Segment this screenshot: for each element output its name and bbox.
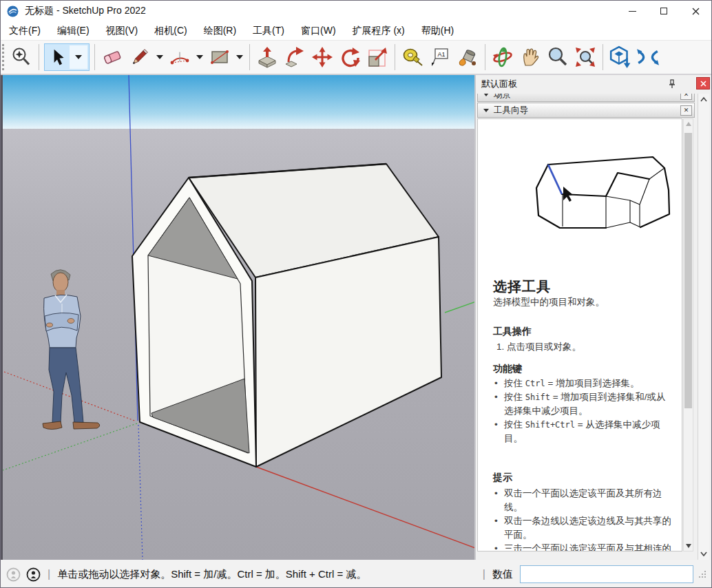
tray-close-button[interactable] [696,77,710,90]
arc-tool-button[interactable] [166,42,193,72]
scale-button[interactable] [364,42,391,72]
scroll-down-icon[interactable] [686,544,691,548]
rectangle-dropdown-icon[interactable] [236,55,243,59]
push-pull-icon [256,46,278,68]
close-icon [700,81,706,87]
zoom-extents-button[interactable] [572,42,599,72]
extension-warehouse-icon [636,45,660,69]
default-tray-panel: 默认面板 场景 ✕ [476,75,712,560]
get-models-icon [609,45,632,69]
push-pull-button[interactable] [253,42,281,72]
zoom-window-button[interactable] [8,42,35,72]
pencil-icon [129,46,151,68]
chevron-down-icon[interactable] [700,550,707,557]
list-item: 双击一条边线以选定该边线及与其共享的平面。 [493,514,673,542]
tray-scrollbar[interactable] [698,94,709,560]
geolocation-icon[interactable] [6,567,21,582]
main-area: 默认面板 场景 ✕ [1,75,712,560]
pin-button[interactable] [666,78,678,90]
menu-help[interactable]: 帮助(H) [421,25,454,37]
list-item: 三击一个平面以选定该平面及与其相连的所有项目。 [493,542,673,552]
model-viewport[interactable] [1,75,476,560]
move-icon [311,46,333,68]
get-models-button[interactable] [607,42,634,72]
maximize-icon [660,8,667,14]
scale-icon [366,46,388,68]
arc-dropdown-icon[interactable] [196,55,203,59]
instructor-scrollbar[interactable] [683,118,693,552]
menu-view[interactable]: 视图(V) [106,25,138,37]
tape-measure-button[interactable] [399,42,426,72]
list-item: 按住 Shift+Ctrl = 从选择集中减少项目。 [493,418,673,445]
close-icon [692,8,700,15]
scroll-up-icon[interactable] [686,122,691,126]
menu-edit[interactable]: 编辑(E) [57,25,90,37]
status-message: 单击或拖动以选择对象。Shift = 加/减。Ctrl = 加。Shift + … [57,568,366,581]
orbit-icon [492,46,514,68]
tips-list: 双击一个平面以选定该平面及其所有边线。 双击一条边线以选定该边线及与其共享的平面… [493,487,673,552]
text-tool-icon: A1 [429,46,451,68]
zoom-tool-button[interactable] [544,42,572,72]
paint-bucket-icon [457,46,479,68]
menu-file[interactable]: 文件(F) [9,25,41,37]
menu-bar: 文件(F) 编辑(E) 视图(V) 相机(C) 绘图(R) 工具(T) 窗口(W… [1,21,711,41]
chevron-up-icon[interactable] [700,96,707,103]
select-tool-button[interactable] [44,43,90,71]
move-button[interactable] [308,42,336,72]
rotate-button[interactable] [336,42,364,72]
tool-heading: 选择工具 [493,277,551,296]
minimize-button[interactable] [616,1,648,21]
toolbar-separator [395,44,395,70]
select-tool-dropdown[interactable] [70,45,87,69]
extension-warehouse-button[interactable] [634,42,662,72]
toolbar-grip[interactable] [2,44,8,70]
instructor-close-button[interactable]: ✕ [680,105,692,116]
menu-draw[interactable]: 绘图(R) [204,25,236,37]
title-bar: 无标题 - SketchUp Pro 2022 [1,1,711,21]
orbit-button[interactable] [489,42,516,72]
instructor-panel-title: 工具向导 [494,105,528,116]
resize-grip[interactable] [698,569,707,579]
list-item: 双击一个平面以选定该平面及其所有边线。 [493,487,673,514]
rectangle-tool-button[interactable] [206,42,233,72]
toolbar: A1 [1,41,711,75]
cursor-icon [563,187,573,202]
eraser-button[interactable] [98,42,126,72]
window-title: 无标题 - SketchUp Pro 2022 [25,5,146,17]
select-cursor-icon [48,47,67,67]
tray-header: 默认面板 [476,75,712,93]
text-tool-button[interactable]: A1 [426,42,454,72]
status-bar: | 单击或拖动以选择对象。Shift = 加/减。Ctrl = 加。Shift … [1,560,712,588]
menu-extensions[interactable]: 扩展程序 (x) [353,25,405,37]
tips-heading: 提示 [493,472,512,484]
scenes-close-button[interactable]: ✕ [680,94,692,100]
close-button[interactable] [680,1,711,21]
follow-me-button[interactable] [281,42,308,72]
line-dropdown-icon[interactable] [156,55,163,59]
minimize-icon [629,11,636,12]
line-tool-button[interactable] [126,42,154,72]
scene-canvas[interactable] [3,75,476,560]
list-item: 按住 Shift = 增加项目到选择集和/或从选择集中减少项目。 [493,390,673,418]
scrollbar-thumb[interactable] [684,133,692,408]
menu-tools[interactable]: 工具(T) [253,25,284,37]
toolbar-separator [94,44,95,70]
list-item: 按住 Ctrl = 增加项目到选择集。 [493,377,673,390]
credits-icon[interactable] [26,567,41,582]
menu-window[interactable]: 窗口(W) [301,25,336,37]
zoom-icon [547,46,569,68]
status-divider: | [48,568,50,580]
measurements-input[interactable] [520,565,693,583]
pan-button[interactable] [516,42,544,72]
tape-measure-icon [401,46,423,68]
toolbar-separator [603,44,603,70]
paint-bucket-button[interactable] [454,42,481,72]
zoom-extents-icon [574,46,596,68]
instructor-panel-header[interactable]: 工具向导 ✕ [477,103,695,118]
instructor-thumbnail [527,147,672,244]
sketchup-logo-icon [7,6,19,17]
maximize-button[interactable] [648,1,680,21]
toolbar-separator [249,44,250,70]
menu-camera[interactable]: 相机(C) [154,25,187,37]
scenes-panel-header[interactable]: 场景 ✕ [477,94,695,102]
